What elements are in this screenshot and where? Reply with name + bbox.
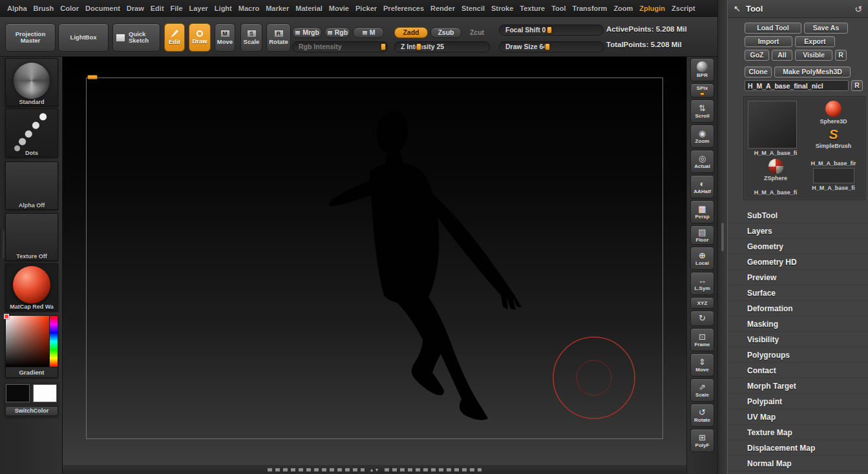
clone-button[interactable]: Clone	[745, 67, 772, 77]
polyframe-button[interactable]: ⊞ PolyF	[690, 429, 714, 452]
scroll-button[interactable]: ⇅ Scroll	[690, 99, 714, 123]
zcut-button[interactable]: Zcut	[464, 27, 490, 38]
floor-button[interactable]: ▤ Floor	[690, 225, 714, 245]
menu-light[interactable]: Light	[211, 5, 235, 12]
gradient-color-picker[interactable]: Gradient	[5, 315, 58, 378]
menu-zscript[interactable]: Zscript	[668, 5, 699, 12]
spin-button[interactable]: ↻	[690, 311, 714, 326]
menu-layer[interactable]: Layer	[186, 5, 211, 12]
rgb-intensity-handle[interactable]	[381, 43, 386, 50]
edit-mode-button[interactable]: Edit	[164, 23, 185, 52]
menu-alpha[interactable]: Alpha	[4, 5, 30, 12]
scale-canvas-button[interactable]: ⇗ Scale	[690, 378, 714, 402]
simplebrush-tool[interactable]: S SimpleBrush	[806, 127, 861, 149]
bpr-button[interactable]: BPR	[690, 58, 714, 81]
draw-mode-button[interactable]: Draw	[189, 23, 211, 52]
tool-section-normal-map[interactable]: Normal Map	[728, 456, 868, 471]
menu-render[interactable]: Render	[427, 5, 458, 12]
restore-configuration-icon[interactable]: ↺	[854, 4, 862, 14]
spix-slider[interactable]: SPix	[690, 83, 714, 98]
secondary-color-swatch[interactable]	[33, 384, 57, 402]
menu-tool[interactable]: Tool	[548, 5, 569, 12]
tool-section-visibility[interactable]: Visibility	[728, 332, 868, 347]
zadd-button[interactable]: Zadd	[394, 27, 428, 38]
quick-sketch-button[interactable]: Quick Sketch	[112, 23, 160, 52]
focal-shift-slider[interactable]: Focal Shift 0	[499, 25, 604, 36]
z-intensity-slider[interactable]: Z Intensity 25	[394, 41, 490, 52]
rgb-intensity-slider[interactable]: Rgb Intensity	[292, 41, 388, 52]
actual-button[interactable]: ◎ Actual	[690, 150, 714, 173]
sphere3d-tool[interactable]: Sphere3D	[806, 101, 861, 125]
frame-button[interactable]: ⊡ Frame	[690, 328, 714, 351]
palette-picker-icon[interactable]: ↖	[734, 4, 741, 14]
menu-material[interactable]: Material	[292, 5, 326, 12]
menu-stencil[interactable]: Stencil	[458, 5, 488, 12]
tool-section-preview[interactable]: Preview	[728, 270, 868, 285]
recent-tool-thumbnail[interactable]	[813, 168, 854, 183]
lightbox-button[interactable]: LightBox	[58, 23, 109, 52]
rgb-button[interactable]: Rgb	[324, 27, 350, 38]
switch-color-widget[interactable]: SwitchColor	[5, 382, 58, 417]
lsym-button[interactable]: ↔ L.Sym	[690, 272, 714, 295]
saturation-value-area[interactable]	[6, 316, 49, 367]
rename-r-button[interactable]: R	[851, 80, 863, 91]
menu-picker[interactable]: Picker	[352, 5, 380, 12]
alpha-selector[interactable]: Alpha Off	[5, 161, 58, 210]
projection-master-button[interactable]: Projection Master	[5, 23, 56, 52]
tool-section-morph-target[interactable]: Morph Target	[728, 378, 868, 394]
menu-file[interactable]: File	[167, 5, 186, 12]
tool-section-geometry-hd[interactable]: Geometry HD	[728, 254, 868, 270]
goz-visible-button[interactable]: Visible	[795, 50, 832, 61]
tool-section-contact[interactable]: Contact	[728, 363, 868, 378]
import-button[interactable]: Import	[745, 36, 792, 47]
tool-section-displacement-map[interactable]: Displacement Map	[728, 440, 868, 456]
rotate-mode-button[interactable]: R Rotate	[266, 23, 291, 52]
left-tray-divider-handle[interactable]	[0, 230, 5, 258]
menu-stroke[interactable]: Stroke	[488, 5, 516, 12]
draw-size-handle[interactable]	[545, 43, 550, 50]
move-canvas-button[interactable]: ⇕ Move	[690, 353, 714, 376]
xyz-button[interactable]: XYZ	[690, 297, 714, 309]
zsphere-slot[interactable]: ZSphere H_M_A_base_fi	[748, 159, 803, 196]
goz-all-button[interactable]: All	[772, 50, 792, 61]
menu-preferences[interactable]: Preferences	[380, 5, 427, 12]
recent-tool-slot[interactable]: H_M_A_base_fir H_M_A_base_fi	[806, 159, 861, 196]
tool-section-masking[interactable]: Masking	[728, 316, 868, 332]
save-as-button[interactable]: Save As	[804, 23, 848, 34]
focal-shift-handle[interactable]	[547, 26, 552, 34]
menu-movie[interactable]: Movie	[326, 5, 352, 12]
tool-name-field[interactable]	[745, 80, 849, 91]
tool-section-surface[interactable]: Surface	[728, 285, 868, 301]
tool-section-polygroups[interactable]: Polygroups	[728, 347, 868, 363]
export-button[interactable]: Export	[795, 36, 835, 47]
stroke-selector[interactable]: Dots	[5, 108, 58, 158]
draw-size-slider[interactable]: Draw Size 64	[499, 41, 604, 52]
menu-zplugin[interactable]: Zplugin	[636, 5, 668, 12]
menu-transform[interactable]: Transform	[569, 5, 611, 12]
rotate-canvas-button[interactable]: ↺ Rotate	[690, 404, 714, 427]
document-canvas[interactable]	[63, 57, 686, 465]
hue-strip[interactable]	[50, 316, 58, 367]
switch-color-label[interactable]: SwitchColor	[5, 406, 58, 416]
current-tool-thumbnail[interactable]	[748, 101, 797, 149]
menu-brush[interactable]: Brush	[30, 5, 58, 12]
scrollbar-dashes-left[interactable]	[268, 468, 365, 471]
main-color-swatch[interactable]	[6, 384, 30, 402]
local-button[interactable]: ⊕ Local	[690, 247, 714, 270]
goz-button[interactable]: GoZ	[745, 50, 769, 61]
menu-edit[interactable]: Edit	[147, 5, 167, 12]
tool-section-display-properties[interactable]: Display Properties	[728, 471, 868, 474]
aahalf-button[interactable]: ◐ AAHalf	[690, 175, 714, 198]
make-polymesh3d-button[interactable]: Make PolyMesh3D	[774, 67, 851, 77]
right-tray-divider-handle[interactable]	[721, 223, 724, 251]
material-selector[interactable]: MatCap Red Wa	[5, 263, 58, 311]
tool-section-subtool[interactable]: SubTool	[728, 208, 868, 223]
mrgb-button[interactable]: Mrgb	[292, 27, 322, 38]
tool-section-geometry[interactable]: Geometry	[728, 239, 868, 254]
menu-texture[interactable]: Texture	[516, 5, 548, 12]
scrollbar-dashes-right[interactable]	[385, 468, 482, 471]
current-tool-slot[interactable]: H_M_A_base_fi	[748, 101, 803, 156]
menu-zoom[interactable]: Zoom	[610, 5, 636, 12]
canvas-scrollbar[interactable]: ▲▼	[63, 465, 686, 474]
brush-selector[interactable]: Standard	[5, 58, 58, 107]
